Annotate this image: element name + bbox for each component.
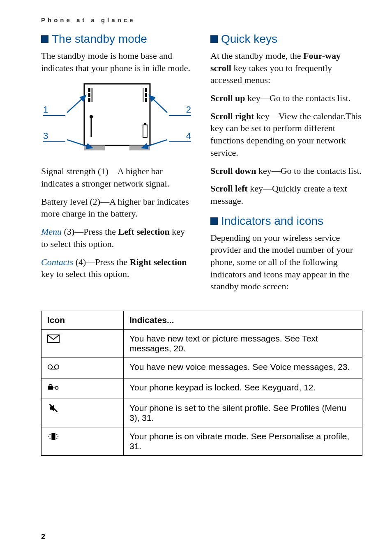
left-column: The standby mode The standby mode is hom…: [41, 32, 193, 298]
standby-mode-title: The standby mode: [52, 32, 147, 46]
svg-point-12: [90, 115, 93, 118]
table-header-icon: Icon: [42, 311, 124, 330]
svg-rect-7: [145, 98, 147, 102]
svg-rect-10: [143, 88, 144, 102]
diagram-label-1: 1: [43, 104, 65, 116]
table-cell-text: Your phone keypad is locked. See Keyguar…: [124, 378, 362, 399]
phone-screen-icon: [47, 80, 187, 158]
svg-rect-6: [91, 88, 93, 102]
diagram-label-2: 2: [169, 104, 191, 116]
battery-level-text: Battery level (2)—A higher bar indicates…: [41, 196, 193, 220]
scroll-up-text: Scroll up key—Go to the contacts list.: [210, 92, 362, 104]
svg-line-15: [67, 95, 86, 113]
indicators-table: Icon Indicates... You have new text or p…: [41, 311, 362, 456]
quick-keys-title: Quick keys: [221, 32, 277, 46]
table-cell-text: You have new text or picture messages. S…: [124, 330, 362, 358]
menu-softkey-text: Menu (3)—Press the Left selection key to…: [41, 226, 193, 250]
svg-rect-5: [88, 88, 90, 92]
bullet-square-icon: [210, 35, 218, 43]
svg-rect-8: [145, 93, 147, 97]
svg-point-31: [56, 434, 57, 435]
indicators-intro: Depending on your wireless service provi…: [210, 232, 362, 293]
indicators-title: Indicators and icons: [221, 215, 323, 228]
svg-line-18: [142, 140, 167, 148]
svg-rect-14: [144, 123, 146, 125]
table-cell-text: You have new voice messages. See Voice m…: [124, 358, 362, 378]
svg-rect-3: [88, 98, 90, 102]
silent-icon: [47, 403, 60, 413]
standby-screen-diagram: 1 2 3 4: [47, 80, 187, 158]
svg-point-33: [48, 436, 49, 437]
svg-point-32: [56, 438, 57, 438]
envelope-icon: [47, 334, 60, 344]
svg-point-21: [55, 365, 59, 369]
scroll-left-text: Scroll left key—Quickly create a text me…: [210, 182, 362, 207]
svg-point-34: [58, 436, 58, 437]
standby-mode-heading: The standby mode: [41, 32, 193, 46]
svg-point-20: [48, 365, 53, 369]
page-number: 2: [41, 533, 45, 541]
diagram-label-4: 4: [169, 131, 191, 142]
quick-keys-heading: Quick keys: [210, 32, 362, 46]
table-cell-text: Your phone is set to the silent profile.…: [124, 399, 362, 427]
svg-point-30: [49, 438, 50, 438]
svg-rect-4: [88, 93, 90, 97]
svg-rect-0: [84, 84, 150, 145]
diagram-label-3: 3: [43, 131, 65, 142]
bullet-square-icon: [41, 35, 48, 43]
svg-rect-24: [49, 385, 52, 387]
svg-point-29: [49, 434, 50, 435]
signal-strength-text: Signal strength (1)—A higher bar indicat…: [41, 165, 193, 189]
quick-keys-intro: At the standby mode, the Four-way scroll…: [210, 50, 362, 86]
svg-rect-13: [143, 125, 147, 137]
key-lock-icon: [47, 383, 60, 392]
table-row: Your phone keypad is locked. See Keyguar…: [42, 378, 362, 399]
voicemail-icon: [47, 362, 60, 372]
menu-accent: Menu: [41, 226, 62, 237]
table-row: You have new voice messages. See Voice m…: [42, 358, 362, 378]
svg-point-25: [55, 386, 58, 389]
svg-rect-9: [145, 88, 147, 92]
table-row: Your phone is set to the silent profile.…: [42, 399, 362, 427]
scroll-right-text: Scroll right key—View the calendar.This …: [210, 110, 362, 159]
standby-intro: The standby mode is home base and indica…: [41, 50, 193, 74]
running-header: Phone at a glance: [41, 16, 362, 23]
vibrate-icon: [47, 431, 60, 441]
svg-line-17: [67, 140, 92, 148]
svg-rect-28: [51, 433, 55, 440]
indicators-heading: Indicators and icons: [210, 215, 362, 228]
table-cell-text: Your phone is on vibrate mode. See Perso…: [124, 427, 362, 456]
right-column: Quick keys At the standby mode, the Four…: [210, 32, 362, 298]
table-row: Your phone is on vibrate mode. See Perso…: [42, 427, 362, 456]
table-row: You have new text or picture messages. S…: [42, 330, 362, 358]
scroll-down-text: Scroll down key—Go to the contacts list.: [210, 165, 362, 177]
svg-line-16: [149, 95, 167, 113]
table-header-indicates: Indicates...: [124, 311, 362, 330]
contacts-accent: Contacts: [41, 257, 73, 267]
contacts-softkey-text: Contacts (4)—Press the Right selection k…: [41, 256, 193, 280]
bullet-square-icon: [210, 217, 218, 225]
